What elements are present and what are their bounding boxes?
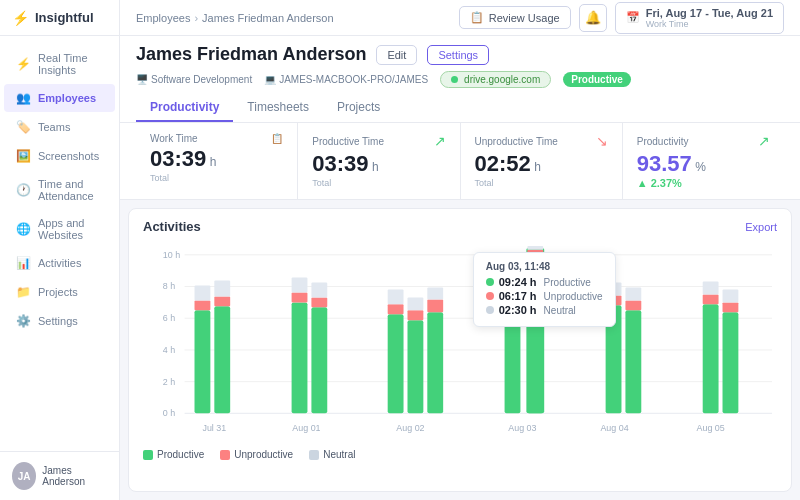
svg-rect-43 — [527, 271, 543, 414]
user-name: James Anderson — [42, 465, 107, 487]
svg-rect-19 — [292, 302, 308, 413]
productivity-trend-icon: ↗ — [758, 133, 770, 149]
legend-neutral-dot — [309, 450, 319, 460]
svg-rect-26 — [388, 314, 404, 413]
sidebar-label-activities: Activities — [38, 257, 81, 269]
svg-rect-30 — [407, 310, 423, 320]
svg-rect-16 — [214, 296, 230, 306]
svg-rect-37 — [505, 292, 521, 302]
review-usage-button[interactable]: 📋 Review Usage — [459, 6, 571, 29]
chart-legend: Productive Unproductive Neutral — [143, 449, 777, 460]
tab-projects[interactable]: Projects — [323, 94, 394, 122]
legend-neutral-label: Neutral — [323, 449, 355, 460]
work-time-sub: Total — [150, 173, 283, 183]
legend-productive-label: Productive — [157, 449, 204, 460]
svg-text:10 h: 10 h — [163, 250, 180, 260]
legend-unproductive: Unproductive — [220, 449, 293, 460]
stat-unproductive-time: Unproductive Time ↘ 02:52 h Total — [461, 123, 623, 199]
tab-productivity[interactable]: Productivity — [136, 94, 233, 122]
breadcrumb-current: James Friedman Anderson — [202, 12, 333, 24]
stats-row: Work Time 📋 03:39 h Total Productive Tim… — [120, 123, 800, 200]
sidebar-item-appswebsites[interactable]: 🌐 Apps and Websites — [4, 210, 115, 248]
export-button[interactable]: Export — [745, 221, 777, 233]
productive-time-sub: Total — [312, 178, 445, 188]
date-range-button[interactable]: 📅 Fri, Aug 17 - Tue, Aug 21 Work Time — [615, 2, 784, 34]
svg-rect-17 — [214, 281, 230, 297]
sidebar-item-employees[interactable]: 👥 Employees — [4, 84, 115, 112]
svg-text:Jul 31: Jul 31 — [202, 423, 226, 433]
chart-title: Activities — [143, 219, 201, 234]
legend-neutral: Neutral — [309, 449, 355, 460]
computer-label: JAMES-MACBOOK-PRO/JAMES — [279, 74, 428, 85]
svg-rect-50 — [625, 310, 641, 413]
active-url-text: drive.google.com — [464, 74, 540, 85]
sidebar-item-realtime[interactable]: ⚡ Real Time Insights — [4, 45, 115, 83]
sidebar-item-timeattendance[interactable]: 🕐 Time and Attendance — [4, 171, 115, 209]
svg-text:Aug 02: Aug 02 — [396, 423, 424, 433]
sidebar-footer: JA James Anderson — [0, 451, 119, 500]
calendar-icon: 📅 — [626, 11, 640, 24]
unproductive-time-unit: h — [534, 160, 541, 174]
trend-down-icon: ↘ — [596, 133, 608, 149]
sidebar-label-timeattendance: Time and Attendance — [38, 178, 103, 202]
trend-up-icon: ↗ — [434, 133, 446, 149]
profile-settings-button[interactable]: Settings — [427, 45, 489, 65]
svg-rect-48 — [606, 295, 622, 305]
sidebar-label-appswebsites: Apps and Websites — [38, 217, 103, 241]
svg-rect-59 — [723, 289, 739, 302]
bell-icon: 🔔 — [585, 10, 601, 25]
employees-icon: 👥 — [16, 91, 30, 105]
stat-productive-time: Productive Time ↗ 03:39 h Total — [298, 123, 460, 199]
svg-rect-57 — [723, 312, 739, 413]
productivity-unit: % — [695, 160, 706, 174]
appswebsites-icon: 🌐 — [16, 222, 30, 236]
svg-rect-24 — [311, 283, 327, 298]
legend-unproductive-dot — [220, 450, 230, 460]
sidebar-item-activities[interactable]: 📊 Activities — [4, 249, 115, 277]
productivity-change: ▲ 2.37% — [637, 177, 770, 189]
svg-rect-27 — [388, 304, 404, 314]
date-sub-label: Work Time — [646, 19, 773, 29]
chart-section: Activities Export 10 h 8 h 6 h 4 h 2 h 0… — [128, 208, 792, 492]
unproductive-time-value: 02:52 — [475, 151, 531, 176]
legend-productive-dot — [143, 450, 153, 460]
sidebar-item-teams[interactable]: 🏷️ Teams — [4, 113, 115, 141]
edit-button[interactable]: Edit — [376, 45, 417, 65]
timeattendance-icon: 🕐 — [16, 183, 30, 197]
svg-rect-38 — [505, 281, 521, 293]
svg-text:2 h: 2 h — [163, 377, 175, 387]
svg-rect-49 — [606, 283, 622, 296]
app-name: Insightful — [35, 10, 94, 25]
svg-rect-47 — [606, 305, 622, 413]
profile-title-row: James Friedman Anderson Edit Settings — [136, 44, 784, 65]
sidebar-item-screenshots[interactable]: 🖼️ Screenshots — [4, 142, 115, 170]
svg-text:Aug 04: Aug 04 — [600, 423, 628, 433]
topbar-actions: 📋 Review Usage 🔔 📅 Fri, Aug 17 - Tue, Au… — [459, 2, 784, 34]
activities-chart: 10 h 8 h 6 h 4 h 2 h 0 h — [143, 242, 777, 442]
breadcrumb-parent[interactable]: Employees — [136, 12, 190, 24]
svg-rect-32 — [427, 312, 443, 413]
svg-text:4 h: 4 h — [163, 345, 175, 355]
sidebar-label-projects: Projects — [38, 286, 78, 298]
svg-rect-22 — [311, 307, 327, 413]
svg-rect-31 — [407, 297, 423, 310]
notifications-button[interactable]: 🔔 — [579, 4, 607, 32]
settings-icon: ⚙️ — [16, 314, 30, 328]
sidebar-item-settings[interactable]: ⚙️ Settings — [4, 307, 115, 335]
svg-text:Aug 03: Aug 03 — [508, 423, 536, 433]
tab-timesheets[interactable]: Timesheets — [233, 94, 323, 122]
sidebar-label-employees: Employees — [38, 92, 96, 104]
projects-icon: 📁 — [16, 285, 30, 299]
profile-header: James Friedman Anderson Edit Settings 🖥️… — [120, 36, 800, 123]
stat-work-time: Work Time 📋 03:39 h Total — [136, 123, 298, 199]
sidebar-item-projects[interactable]: 📁 Projects — [4, 278, 115, 306]
productive-badge: Productive — [563, 72, 631, 87]
user-avatar: JA — [12, 462, 36, 490]
work-time-label: Work Time 📋 — [150, 133, 283, 144]
topbar: Employees › James Friedman Anderson 📋 Re… — [120, 0, 800, 36]
svg-rect-14 — [195, 286, 211, 301]
activities-icon: 📊 — [16, 256, 30, 270]
screenshots-icon: 🖼️ — [16, 149, 30, 163]
productive-time-label: Productive Time ↗ — [312, 133, 445, 149]
svg-text:0 h: 0 h — [163, 408, 175, 418]
